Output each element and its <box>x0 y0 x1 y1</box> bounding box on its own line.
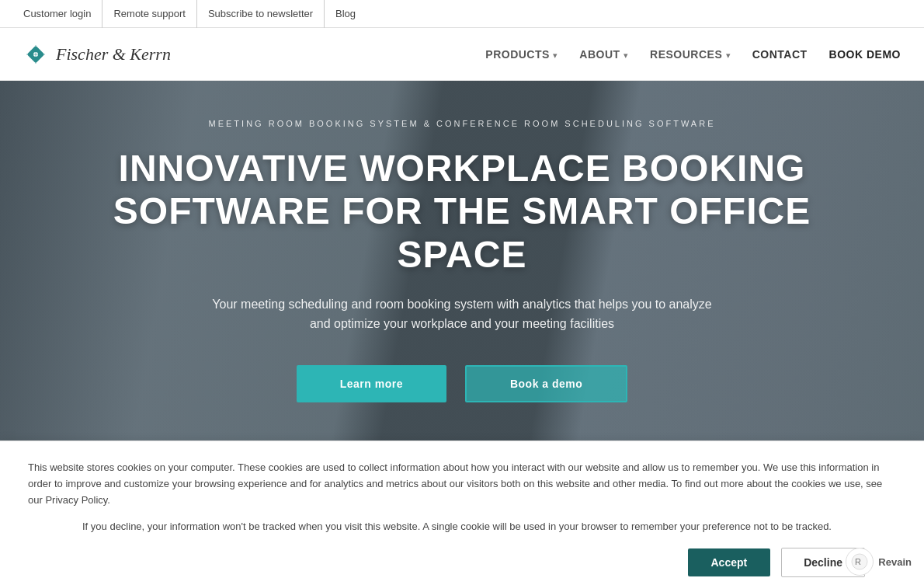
logo[interactable]: Fischer & Kerrn <box>23 42 171 67</box>
cookie-banner: This website stores cookies on your comp… <box>0 440 924 585</box>
cookie-main-text: This website stores cookies on your comp… <box>28 460 896 508</box>
customer-login-link[interactable]: Customer login <box>23 0 102 28</box>
nav-item-book-demo[interactable]: BOOK DEMO <box>829 47 901 61</box>
book-demo-link[interactable]: BOOK DEMO <box>829 48 901 61</box>
nav-links: PRODUCTS ABOUT RESOURCES CONTACT BOOK DE… <box>485 47 901 61</box>
hero-section: MEETING ROOM BOOKING SYSTEM & CONFERENCE… <box>0 81 924 440</box>
revain-badge[interactable]: R Revain <box>846 548 912 576</box>
nav-item-about[interactable]: ABOUT <box>579 47 628 61</box>
nav-item-contact[interactable]: CONTACT <box>752 47 808 61</box>
hero-description: Your meeting scheduling and room booking… <box>206 294 718 334</box>
contact-link[interactable]: CONTACT <box>752 48 808 61</box>
nav-item-resources[interactable]: RESOURCES <box>650 47 731 61</box>
revain-label: Revain <box>878 556 912 568</box>
main-nav: Fischer & Kerrn PRODUCTS ABOUT RESOURCES… <box>0 28 924 81</box>
hero-subtitle: MEETING ROOM BOOKING SYSTEM & CONFERENCE… <box>209 119 716 128</box>
products-link[interactable]: PRODUCTS <box>485 48 550 61</box>
resources-link[interactable]: RESOURCES <box>650 48 722 61</box>
remote-support-link[interactable]: Remote support <box>102 0 197 28</box>
revain-icon: R <box>851 553 868 570</box>
hero-content: MEETING ROOM BOOKING SYSTEM & CONFERENCE… <box>0 81 924 440</box>
hero-buttons: Learn more Book a demo <box>297 365 628 402</box>
learn-more-button[interactable]: Learn more <box>297 365 446 402</box>
svg-text:R: R <box>855 557 861 566</box>
accept-button[interactable]: Accept <box>688 548 771 576</box>
about-link[interactable]: ABOUT <box>579 48 620 61</box>
cookie-secondary-text: If you decline, your information won't b… <box>82 519 896 535</box>
logo-icon <box>23 42 48 67</box>
subscribe-link[interactable]: Subscribe to newsletter <box>197 0 325 28</box>
revain-logo-icon: R <box>846 548 874 576</box>
hero-title: INNOVATIVE WORKPLACE BOOKING SOFTWARE FO… <box>113 147 811 276</box>
nav-item-products[interactable]: PRODUCTS <box>485 47 558 61</box>
top-bar: Customer login Remote support Subscribe … <box>0 0 924 28</box>
cookie-actions: Accept Decline <box>28 548 896 577</box>
logo-text: Fischer & Kerrn <box>56 44 171 64</box>
book-demo-button[interactable]: Book a demo <box>465 365 627 402</box>
blog-link[interactable]: Blog <box>325 0 366 28</box>
